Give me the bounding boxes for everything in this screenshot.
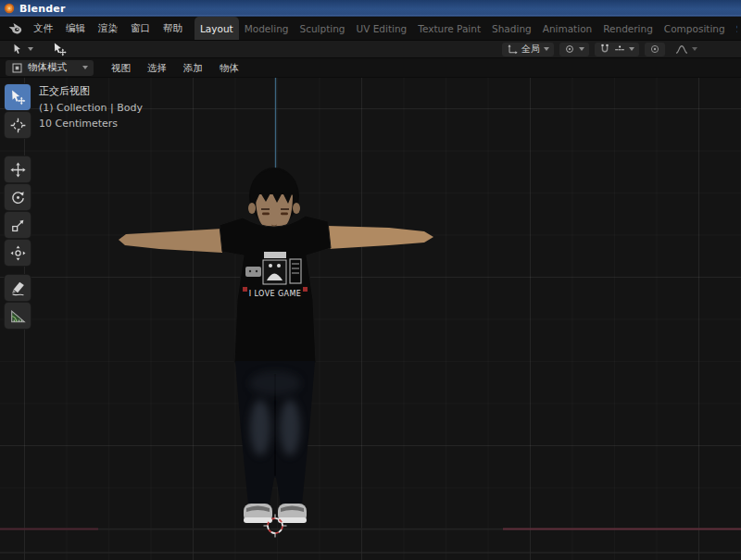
model-shoe-right xyxy=(278,504,307,523)
pivot-point-icon xyxy=(564,44,575,55)
topbar: 文件 编辑 渲染 窗口 帮助 Layout Modeling Sculpting… xyxy=(0,17,741,41)
move-icon xyxy=(10,162,26,178)
object-mode-icon xyxy=(11,62,23,74)
model-ear-right xyxy=(293,203,300,214)
chevron-down-icon xyxy=(692,47,697,51)
tool-rotate-button[interactable] xyxy=(5,184,31,210)
blender-app-icon xyxy=(4,3,15,14)
model-eye-right xyxy=(281,213,288,216)
tab-texture-paint[interactable]: Texture Paint xyxy=(412,17,486,40)
viewport-menu-view[interactable]: 视图 xyxy=(103,58,139,78)
tool-shelf xyxy=(5,84,31,330)
chevron-down-icon xyxy=(82,66,88,69)
character-model[interactable]: I LOVE GAME xyxy=(119,168,433,523)
viewport-3d[interactable]: I LOVE GAME xyxy=(0,78,741,560)
snapping-controls[interactable] xyxy=(595,43,639,56)
tab-scripting[interactable]: Scripting xyxy=(731,17,737,40)
scale-icon xyxy=(10,218,26,233)
viewport-menu-object[interactable]: 物体 xyxy=(211,58,247,78)
chevron-down-icon xyxy=(28,47,33,51)
mode-label: 物体模式 xyxy=(28,61,67,74)
proportional-editing-icon xyxy=(649,44,660,55)
select-tweak-icon xyxy=(10,90,26,106)
active-tool-dropdown[interactable] xyxy=(7,43,38,56)
model-eye-left xyxy=(262,213,270,216)
titlebar[interactable]: Blender xyxy=(0,0,741,17)
tool-transform-button[interactable] xyxy=(5,240,31,266)
mode-selector-dropdown[interactable]: 物体模式 xyxy=(6,60,94,76)
proportional-editing-toggle[interactable] xyxy=(645,43,665,56)
measure-ruler-icon xyxy=(10,308,26,324)
orientation-axes-icon xyxy=(507,44,518,55)
tab-animation[interactable]: Animation xyxy=(537,17,598,40)
scene: I LOVE GAME xyxy=(0,78,741,560)
menu-render[interactable]: 渲染 xyxy=(92,17,124,40)
falloff-curve-icon xyxy=(675,44,688,55)
viewport-header-right-controls: 全局 xyxy=(502,43,702,56)
blender-menu-button[interactable] xyxy=(4,17,27,40)
active-tool-icon xyxy=(12,44,24,56)
menu-file[interactable]: 文件 xyxy=(27,17,59,40)
tab-modeling[interactable]: Modeling xyxy=(239,17,295,40)
model-right-arm xyxy=(328,226,433,249)
tool-settings-bar: 全局 xyxy=(0,41,741,58)
select-tweak-icon xyxy=(53,43,67,56)
window-title: Blender xyxy=(19,3,66,15)
tool-cursor-button[interactable] xyxy=(5,112,31,138)
chevron-down-icon xyxy=(579,47,584,51)
menu-edit[interactable]: 编辑 xyxy=(59,17,92,40)
tab-uv-editing[interactable]: UV Editing xyxy=(351,17,413,40)
magnet-icon xyxy=(599,44,610,55)
tool-select-tweak-button[interactable] xyxy=(5,84,31,110)
pivot-point-dropdown[interactable] xyxy=(559,43,589,56)
tool-annotate-button[interactable] xyxy=(5,275,31,301)
viewport-menu-select[interactable]: 选择 xyxy=(139,58,175,78)
tab-shading[interactable]: Shading xyxy=(486,17,537,40)
cursor-3d-icon xyxy=(10,118,26,133)
menu-help[interactable]: 帮助 xyxy=(157,17,189,40)
tweak-tool-indicator[interactable] xyxy=(53,43,67,56)
menu-window[interactable]: 窗口 xyxy=(124,17,157,40)
transform-orientation-dropdown[interactable]: 全局 xyxy=(502,43,554,56)
tab-rendering[interactable]: Rendering xyxy=(597,17,659,40)
tshirt-text: I LOVE GAME xyxy=(249,290,301,298)
tab-layout[interactable]: Layout xyxy=(195,17,239,40)
viewport-menu-add[interactable]: 添加 xyxy=(175,58,211,78)
rotate-icon xyxy=(10,190,26,205)
viewport-header: 物体模式 视图 选择 添加 物体 xyxy=(0,58,741,78)
tab-sculpting[interactable]: Sculpting xyxy=(294,17,350,40)
model-left-arm xyxy=(119,229,222,253)
snap-target-icon xyxy=(614,44,625,55)
tab-compositing[interactable]: Compositing xyxy=(659,17,731,40)
transform-icon xyxy=(10,245,26,261)
proportional-falloff-dropdown[interactable] xyxy=(671,43,702,56)
workspace-tabs: Layout Modeling Sculpting UV Editing Tex… xyxy=(195,17,737,40)
model-shoe-left xyxy=(244,504,272,523)
tool-measure-button[interactable] xyxy=(5,303,31,329)
chevron-down-icon xyxy=(544,47,549,51)
orientation-label: 全局 xyxy=(521,43,540,56)
annotate-pencil-icon xyxy=(10,280,26,296)
blender-window: Blender 文件 编辑 渲染 窗口 帮助 Layout Modeling S… xyxy=(0,0,741,560)
chevron-down-icon xyxy=(629,47,634,51)
model-ear-left xyxy=(248,203,256,214)
tool-move-button[interactable] xyxy=(5,156,31,182)
blender-logo-icon xyxy=(8,22,22,34)
tool-scale-button[interactable] xyxy=(5,212,31,238)
